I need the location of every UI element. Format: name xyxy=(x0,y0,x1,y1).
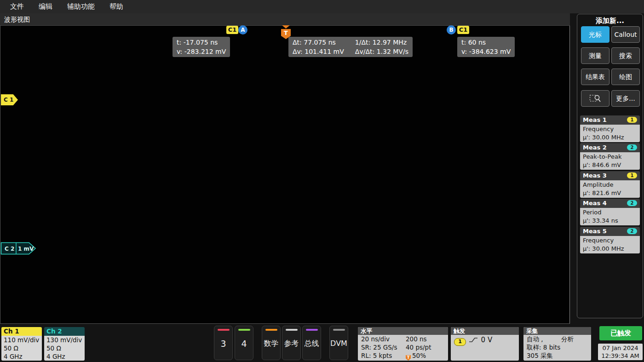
trigger-level: 0 V xyxy=(481,336,493,344)
ch1-scale: 110 mV/div xyxy=(4,336,40,344)
more-button[interactable]: 更多... xyxy=(611,90,640,107)
menu-file[interactable]: 文件 xyxy=(3,0,31,13)
ch1-badge-title: Ch 1 xyxy=(1,327,42,336)
horizontal-panel[interactable]: 水平 20 ns/div 200 ns SR: 25 GS/s 40 ps/pt… xyxy=(358,327,448,361)
horizontal-window: 200 ns xyxy=(406,335,427,343)
ch1-termination: 50 Ω xyxy=(4,344,40,352)
menu-utility[interactable]: 辅助功能 xyxy=(60,0,102,13)
math-button[interactable]: 数学 xyxy=(262,326,281,360)
zoom-search-icon xyxy=(589,93,601,103)
meas-5-type: Frequency xyxy=(583,236,637,245)
ch2-axis-marker[interactable]: C 2 1 mV xyxy=(0,242,38,255)
ch4-button[interactable]: 4 xyxy=(235,326,253,360)
trigger-position-percent: 50% xyxy=(412,352,426,359)
cursors-button[interactable]: 光标 xyxy=(581,26,610,43)
delta-v: Δv: 101.411 mV xyxy=(293,47,344,56)
bus-button-label: 总线 xyxy=(303,339,321,348)
math-button-label: 数学 xyxy=(262,339,280,348)
delta-t: Δt: 77.075 ns xyxy=(293,38,344,47)
cursor-delta-readout[interactable]: Δt: 77.075 ns 1/Δt: 12.97 MHz Δv: 101.41… xyxy=(288,37,413,57)
cursor-b-readout[interactable]: t: 60 ns v: -384.623 mV xyxy=(457,37,515,57)
ch4-color-stripe xyxy=(238,329,250,331)
ch3-button[interactable]: 3 xyxy=(214,326,233,360)
cursor-a-readout[interactable]: t: -17.075 ns v: -283.212 mV xyxy=(172,37,230,57)
trigger-position-icon: T xyxy=(406,355,411,361)
acquisition-panel[interactable]: 采集 自动 , 分析 取样: 8 bits 305 采集 xyxy=(523,327,591,361)
ch4-button-label: 4 xyxy=(235,339,253,349)
cursor-b-voltage: v: -384.623 mV xyxy=(461,47,511,56)
acquisition-analyze: 分析 xyxy=(561,335,574,343)
cursor-a-badge[interactable]: A xyxy=(238,25,247,34)
menu-edit[interactable]: 编辑 xyxy=(31,0,60,13)
meas-5-value: μ': 30.00 MHz xyxy=(583,245,637,253)
bus-color-stripe xyxy=(306,329,318,331)
acquisition-panel-title: 采集 xyxy=(523,327,591,335)
record-length: RL: 5 kpts xyxy=(361,352,392,359)
meas-2-name: Meas 2 xyxy=(583,144,607,151)
menu-help[interactable]: 帮助 xyxy=(102,0,131,13)
inverse-delta-t: 1/Δt: 12.97 MHz xyxy=(355,38,408,47)
ch3-button-label: 3 xyxy=(214,339,232,349)
meas-1-type: Frequency xyxy=(583,125,637,133)
oscilloscope-screen: 文件 编辑 辅助功能 帮助 波形视图 C1 A B C1 T t: -17.07… xyxy=(0,0,644,362)
meas-2-type: Peak-to-Peak xyxy=(583,153,637,161)
meas-3-card[interactable]: Meas 3 1 Amplitude μ': 821.6 mV xyxy=(580,171,640,198)
ref-button[interactable]: 参考 xyxy=(282,326,301,360)
callout-button[interactable]: Callout xyxy=(611,26,640,43)
trigger-source-badge: 1 xyxy=(454,338,466,346)
ch2-badge-title: Ch 2 xyxy=(44,327,85,336)
waveform-view-window xyxy=(0,13,570,324)
meas-2-card[interactable]: Meas 2 2 Peak-to-Peak μ': 846.6 mV xyxy=(580,143,640,170)
bus-button[interactable]: 总线 xyxy=(302,326,321,360)
ch2-marker-label: C 2 xyxy=(5,246,14,252)
cursor-a-channel-badge[interactable]: C1 xyxy=(226,26,238,34)
sample-rate: SR: 25 GS/s xyxy=(361,344,397,351)
search-button[interactable]: 搜索 xyxy=(611,47,640,64)
ch1-badge[interactable]: Ch 1 110 mV/div 50 Ω 4 GHz xyxy=(1,327,42,361)
results-table-button[interactable]: 结果表 xyxy=(581,69,610,85)
triggered-status-button[interactable]: 已触发 xyxy=(599,326,642,340)
meas-3-value: μ': 821.6 mV xyxy=(583,189,637,197)
date-label: 07 Jan 2024 xyxy=(598,344,643,352)
time-label: 12:39:34 AM xyxy=(598,352,643,360)
measure-button[interactable]: 测量 xyxy=(581,47,610,64)
meas-5-source-badge: 2 xyxy=(627,228,637,234)
meas-2-source-badge: 2 xyxy=(627,144,637,150)
meas-1-source-badge: 1 xyxy=(627,117,637,123)
datetime-box: 07 Jan 2024 12:39:34 AM xyxy=(598,344,643,360)
ch2-termination: 50 Ω xyxy=(46,344,82,352)
meas-4-source-badge: 2 xyxy=(627,200,637,206)
trigger-panel-title: 触发 xyxy=(451,327,519,335)
ch1-bandwidth: 4 GHz xyxy=(4,352,40,361)
ch2-badge[interactable]: Ch 2 130 mV/div 50 Ω 4 GHz xyxy=(44,327,85,361)
math-color-stripe xyxy=(265,329,277,331)
dvm-button[interactable]: DVM xyxy=(329,326,348,360)
ref-color-stripe xyxy=(286,329,298,331)
delta-v-over-t: Δv/Δt: 1.32 MV/s xyxy=(355,47,408,56)
plot-button[interactable]: 绘图 xyxy=(611,69,640,85)
rising-edge-icon xyxy=(468,336,479,344)
ch2-marker-scale: 1 mV xyxy=(18,246,34,252)
meas-4-card[interactable]: Meas 4 2 Period μ': 33.34 ns xyxy=(580,199,640,225)
meas-2-value: μ': 846.6 mV xyxy=(583,161,637,169)
meas-3-source-badge: 1 xyxy=(627,172,637,178)
meas-5-card[interactable]: Meas 5 2 Frequency μ': 30.00 MHz xyxy=(580,227,640,253)
add-new-panel: 添加新... 光标 Callout 测量 搜索 结果表 绘图 更多... Mea… xyxy=(577,14,643,318)
add-new-title: 添加新... xyxy=(577,17,643,25)
meas-4-value: μ': 33.34 ns xyxy=(583,217,637,225)
zoom-search-button[interactable] xyxy=(581,90,610,107)
cursor-b-channel-badge[interactable]: C1 xyxy=(457,26,469,34)
horizontal-panel-title: 水平 xyxy=(358,327,448,335)
cursor-a-time: t: -17.075 ns xyxy=(177,38,226,47)
cursor-a-voltage: v: -283.212 mV xyxy=(177,47,226,56)
meas-1-card[interactable]: Meas 1 1 Frequency μ': 30.00 MHz xyxy=(580,115,640,142)
sample-resolution: 40 ps/pt xyxy=(406,343,431,351)
ch2-scale: 130 mV/div xyxy=(46,336,82,344)
cursor-b-badge[interactable]: B xyxy=(447,25,456,34)
trigger-arrow-icon xyxy=(282,25,290,29)
meas-3-type: Amplitude xyxy=(583,181,637,189)
waveform-view-titlebar[interactable]: 波形视图 xyxy=(0,13,570,26)
trigger-panel[interactable]: 触发 1 0 V xyxy=(451,327,519,361)
trigger-position-badge[interactable]: T xyxy=(278,25,294,40)
meas-1-name: Meas 1 xyxy=(583,116,607,123)
